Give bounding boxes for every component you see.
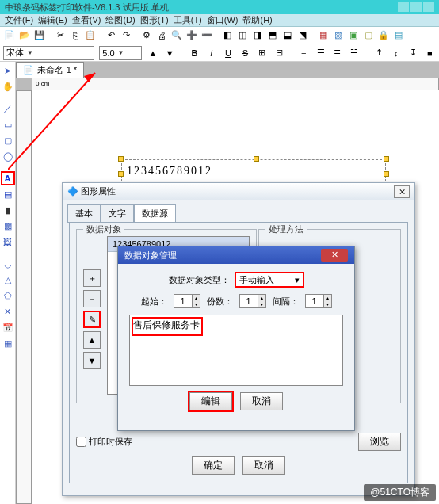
dialog2-title-bar[interactable]: 数据对象管理 ✕ (118, 246, 354, 264)
new-icon[interactable]: 📄 (3, 29, 16, 42)
print-icon[interactable]: 🖨 (155, 29, 168, 42)
copy-icon[interactable]: ⎘ (69, 29, 82, 42)
tab-datasource[interactable]: 数据源 (134, 204, 176, 223)
edit-button[interactable]: 编辑 (189, 392, 232, 410)
lock-icon[interactable]: 🔒 (377, 29, 390, 42)
up-icon[interactable]: ▴ (323, 295, 331, 301)
undo-icon[interactable]: ↶ (105, 29, 117, 42)
browse-button[interactable]: 浏览 (358, 433, 401, 451)
open-icon[interactable]: 📂 (18, 29, 31, 42)
up-icon[interactable]: ▴ (192, 295, 200, 301)
table-icon[interactable]: ▦ (2, 336, 14, 350)
font-size-combo[interactable]: 5.0 ▼ (99, 46, 142, 60)
close-button[interactable] (423, 2, 434, 12)
underline-button[interactable]: U (222, 47, 234, 59)
zoom-in-icon[interactable]: ➕ (185, 29, 198, 42)
increase-size-icon[interactable]: ▲ (147, 47, 158, 59)
text-align-center-icon[interactable]: ☰ (315, 47, 326, 59)
down-item-icon[interactable]: ▼ (83, 352, 101, 369)
ellipse-icon[interactable]: ◯ (2, 149, 14, 163)
image-icon[interactable]: 🖼 (2, 235, 14, 249)
menu-draw[interactable]: 绘图(D) (105, 14, 135, 26)
align-bottom-icon[interactable]: ⬔ (296, 29, 309, 42)
back-icon[interactable]: ▢ (362, 29, 375, 42)
strike-button[interactable]: S (239, 47, 251, 59)
valign2-icon[interactable]: ↕ (390, 47, 402, 59)
menu-edit[interactable]: 编辑(E) (38, 14, 67, 26)
minimize-button[interactable] (398, 2, 409, 12)
more-icon[interactable]: ▤ (392, 29, 405, 42)
resize-handle[interactable] (384, 171, 389, 177)
richtext-icon[interactable]: ▤ (2, 187, 14, 201)
add-item-icon[interactable]: ＋ (83, 269, 101, 287)
start-input[interactable] (174, 295, 192, 307)
up-item-icon[interactable]: ▲ (83, 331, 101, 349)
arc-icon[interactable]: ◡ (2, 257, 14, 271)
decrease-size-icon[interactable]: ▼ (164, 47, 176, 59)
menu-file[interactable]: 文件(F) (5, 14, 33, 26)
barcode-icon[interactable]: ▮ (2, 203, 14, 217)
cut-icon[interactable]: ✂ (54, 29, 67, 42)
zoom-out-icon[interactable]: ➖ (200, 29, 213, 42)
dialog-close-button[interactable]: ⨯ (394, 185, 410, 198)
rect-icon[interactable]: ▭ (2, 117, 14, 132)
resize-handle[interactable] (118, 156, 124, 162)
ok-button[interactable]: 确定 (192, 456, 235, 475)
italic-button[interactable]: I (205, 47, 217, 59)
roundrect-icon[interactable]: ▢ (2, 133, 14, 147)
cancel-button[interactable]: 取消 (242, 456, 285, 475)
content-textbox[interactable]: 售后保修服务卡 (129, 315, 343, 386)
up-icon[interactable]: ▴ (258, 295, 265, 301)
misc1-icon[interactable]: ⊞ (256, 47, 268, 59)
down-icon[interactable]: ▾ (323, 301, 331, 307)
save-on-print-checkbox[interactable]: 打印时保存 (76, 436, 132, 448)
dialog2-close-button[interactable]: ✕ (321, 249, 348, 262)
cancel2-button[interactable]: 取消 (240, 392, 283, 410)
redo-icon[interactable]: ↷ (120, 29, 132, 42)
tab-basic[interactable]: 基本 (67, 204, 101, 223)
maximize-button[interactable] (410, 2, 422, 12)
hand-icon[interactable]: ✋ (2, 79, 14, 94)
text-align-right-icon[interactable]: ≣ (331, 47, 343, 59)
line-icon[interactable]: ／ (2, 101, 14, 116)
zoom-icon[interactable]: 🔍 (170, 29, 183, 42)
pointer-icon[interactable]: ➤ (2, 63, 14, 78)
star-icon[interactable]: ⬠ (2, 288, 14, 303)
resize-handle[interactable] (118, 171, 124, 177)
count-spinner[interactable]: ▴▾ (239, 294, 266, 308)
tab-text[interactable]: 文字 (101, 204, 134, 223)
text-tool-icon[interactable]: A (1, 171, 15, 185)
edit-item-icon[interactable]: ✎ (83, 311, 101, 328)
align-right-icon[interactable]: ◨ (251, 29, 264, 42)
gap-input[interactable] (306, 295, 323, 307)
gap-spinner[interactable]: ▴▾ (305, 294, 332, 308)
remove-item-icon[interactable]: － (83, 290, 101, 307)
font-family-combo[interactable]: 宋体 ▼ (3, 46, 94, 60)
color-icon[interactable]: ■ (424, 47, 436, 59)
valign1-icon[interactable]: ↥ (373, 47, 385, 59)
text-align-left-icon[interactable]: ≡ (298, 47, 310, 59)
group-icon[interactable]: ▦ (317, 29, 330, 42)
menu-window[interactable]: 窗口(W) (207, 14, 239, 26)
front-icon[interactable]: ▣ (347, 29, 360, 42)
align-middle-icon[interactable]: ⬓ (281, 29, 294, 42)
start-spinner[interactable]: ▴▾ (174, 294, 200, 308)
ungroup-icon[interactable]: ▧ (332, 29, 345, 42)
resize-handle[interactable] (384, 156, 389, 162)
align-top-icon[interactable]: ⬒ (266, 29, 279, 42)
menu-help[interactable]: 帮助(H) (242, 14, 272, 26)
text-align-justify-icon[interactable]: ☱ (349, 47, 361, 59)
align-center-icon[interactable]: ◫ (236, 29, 249, 42)
dialog-title-bar[interactable]: 🔷 图形属性 ⨯ (63, 183, 414, 200)
menu-view[interactable]: 查看(V) (72, 14, 101, 26)
polygon-icon[interactable]: △ (2, 273, 14, 287)
menu-tools[interactable]: 工具(T) (174, 14, 202, 26)
document-tab[interactable]: 📄未命名-1 * (16, 62, 84, 78)
menu-shape[interactable]: 图形(T) (140, 14, 169, 26)
data-type-combo[interactable]: 手动输入 ▾ (235, 272, 304, 288)
valign3-icon[interactable]: ↧ (407, 47, 418, 59)
misc2-icon[interactable]: ⊟ (273, 47, 284, 59)
qrcode-icon[interactable]: ▩ (2, 219, 14, 233)
down-icon[interactable]: ▾ (258, 301, 265, 307)
settings-icon[interactable]: ⚙ (140, 29, 153, 42)
